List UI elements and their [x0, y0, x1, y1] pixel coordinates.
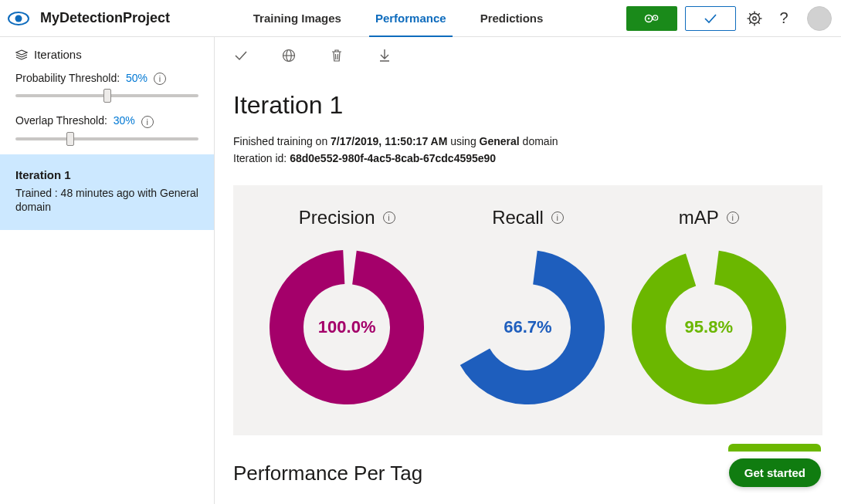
quick-test-button[interactable]: [685, 6, 736, 31]
content-area: Iteration 1 Finished training on 7/17/20…: [215, 37, 841, 504]
probability-threshold: Probability Threshold: 50% i: [15, 72, 198, 103]
iteration-meta: Finished training on 7/17/2019, 11:50:17…: [233, 134, 822, 167]
trash-icon: [331, 49, 343, 63]
delete-button[interactable]: [329, 48, 344, 63]
tab-predictions[interactable]: Predictions: [463, 0, 561, 37]
get-started-button[interactable]: Get started: [729, 458, 821, 487]
svg-point-3: [648, 17, 650, 19]
overlap-threshold-label: Overlap Threshold:: [15, 114, 107, 127]
svg-line-13: [758, 22, 760, 23]
header-actions: ?: [626, 6, 832, 31]
metric-title: Recall i: [492, 207, 564, 228]
probability-threshold-value: 50%: [126, 72, 148, 84]
metric-recall: Recall i 66.7%: [450, 207, 605, 404]
slider-thumb[interactable]: [103, 89, 111, 103]
svg-point-6: [750, 13, 760, 23]
donut-chart: 95.8%: [632, 250, 786, 404]
iteration-title: Iteration 1: [233, 91, 822, 120]
svg-line-14: [758, 13, 760, 15]
metric-map: mAP i 95.8%: [632, 207, 786, 404]
info-icon[interactable]: i: [383, 211, 395, 224]
iteration-id: 68d0e552-980f-4ac5-8cab-67cdc4595e90: [290, 152, 496, 164]
iterations-heading: Iterations: [15, 48, 198, 61]
gear-icon: [747, 11, 762, 26]
info-icon[interactable]: i: [141, 116, 154, 128]
check-icon: [704, 13, 717, 24]
tab-training-images[interactable]: Training Images: [236, 0, 358, 37]
train-button[interactable]: [626, 6, 677, 31]
overlap-threshold-slider[interactable]: [15, 131, 198, 147]
metric-title: Precision i: [299, 207, 395, 228]
metric-value: 95.8%: [632, 250, 786, 404]
main-panel: Iteration 1 Finished training on 7/17/20…: [215, 91, 841, 504]
settings-button[interactable]: [744, 8, 765, 29]
metric-precision: Precision i 100.0%: [270, 207, 424, 404]
export-button[interactable]: [377, 48, 392, 63]
mark-default-button[interactable]: [233, 48, 249, 63]
metrics-panel: Precision i 100.0% Recall i 66.7% mAP i: [233, 185, 822, 435]
iteration-toolbar: [215, 37, 841, 74]
info-icon[interactable]: i: [154, 73, 166, 85]
probability-threshold-label: Probability Threshold:: [15, 72, 120, 84]
svg-point-5: [655, 17, 656, 19]
globe-icon: [282, 49, 296, 63]
iterations-heading-label: Iterations: [34, 48, 82, 61]
svg-line-15: [749, 22, 751, 23]
layers-icon: [15, 49, 28, 60]
info-icon[interactable]: i: [551, 211, 564, 224]
iteration-list-item[interactable]: Iteration 1 Trained : 48 minutes ago wit…: [0, 154, 214, 231]
overlap-threshold-value: 30%: [114, 114, 135, 127]
donut-chart: 66.7%: [450, 250, 605, 404]
metric-value: 100.0%: [270, 250, 424, 404]
project-name: MyDetectionProject: [40, 10, 170, 26]
sidebar: Iterations Probability Threshold: 50% i …: [0, 37, 215, 504]
product-logo-icon: [6, 6, 31, 31]
iteration-item-title: Iteration 1: [15, 168, 198, 181]
main-tabs: Training Images Performance Predictions: [236, 0, 561, 37]
help-button[interactable]: ?: [773, 8, 795, 29]
user-avatar[interactable]: [807, 6, 832, 31]
donut-chart: 100.0%: [270, 250, 424, 404]
check-icon: [234, 50, 248, 61]
iteration-item-subtitle: Trained : 48 minutes ago with General do…: [15, 186, 198, 215]
download-icon: [378, 49, 391, 63]
fab-accent-bar: [728, 444, 821, 452]
gears-icon: [643, 12, 660, 25]
info-icon[interactable]: i: [727, 211, 739, 224]
overlap-threshold: Overlap Threshold: 30% i: [15, 114, 198, 146]
sidebar-top-section: Iterations Probability Threshold: 50% i …: [0, 37, 214, 154]
slider-thumb[interactable]: [66, 132, 74, 146]
metric-title: mAP i: [679, 207, 739, 228]
topbar: MyDetectionProject Training Images Perfo…: [0, 0, 841, 37]
probability-threshold-slider[interactable]: [15, 88, 198, 103]
svg-point-1: [15, 15, 22, 22]
svg-point-7: [753, 16, 756, 19]
tab-performance[interactable]: Performance: [358, 0, 463, 37]
svg-line-12: [749, 13, 751, 15]
publish-button[interactable]: [281, 48, 297, 63]
metric-value: 66.7%: [450, 250, 605, 404]
